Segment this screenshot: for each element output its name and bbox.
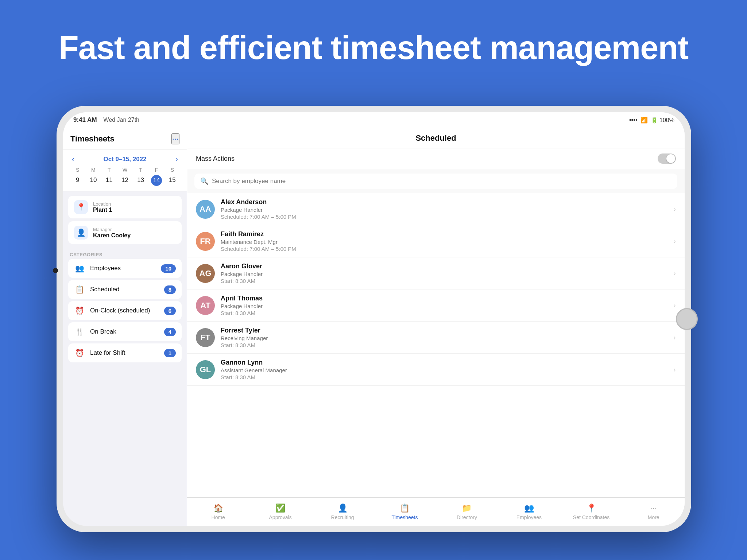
directory-icon: 📁 <box>462 503 472 513</box>
nav-recruiting[interactable]: 👤 Recruiting <box>324 503 361 520</box>
categories-label: CATEGORIES <box>63 248 187 259</box>
employee-role-gannon: Assistant General Manager <box>221 367 667 373</box>
nav-timesheets[interactable]: 📋 Timesheets <box>387 503 423 520</box>
recruiting-label: Recruiting <box>331 514 354 520</box>
nav-employees[interactable]: 👥 Employees <box>511 503 547 520</box>
more-options-button[interactable]: ··· <box>171 133 179 144</box>
employee-role-faith: Maintenance Dept. Mgr <box>221 239 667 245</box>
day-sat: S <box>165 167 180 173</box>
employee-alex-anderson[interactable]: AA Alex Anderson Package Handler Schedul… <box>187 193 685 225</box>
employee-time-forrest: Start: 8:30 AM <box>221 342 667 348</box>
day-wed: W <box>117 167 133 173</box>
employee-info-faith: Faith Ramirez Maintenance Dept. Mgr Sche… <box>221 230 667 252</box>
cal-12[interactable]: 12 <box>117 175 133 186</box>
employee-name-alex: Alex Anderson <box>221 198 667 206</box>
manager-icon: 👤 <box>74 226 88 240</box>
avatar-gannon-lynn: GL <box>196 360 215 379</box>
employee-time-aaron: Start: 8:30 AM <box>221 278 667 284</box>
employee-info-forrest: Forrest Tyler Receiving Manager Start: 8… <box>221 327 667 348</box>
employee-time-april: Start: 8:30 AM <box>221 310 667 316</box>
status-date: Wed Jan 27th <box>104 117 139 123</box>
chevron-alex: › <box>673 205 676 213</box>
search-input[interactable] <box>212 178 671 185</box>
chevron-gannon: › <box>673 365 676 374</box>
approvals-label: Approvals <box>269 514 292 520</box>
calendar-next-button[interactable]: › <box>173 155 180 163</box>
category-late[interactable]: ⏰ Late for Shift 1 <box>68 343 182 362</box>
location-card[interactable]: 📍 Location Plant 1 <box>68 196 182 218</box>
manager-value: Karen Cooley <box>93 232 176 239</box>
timesheets-label: Timesheets <box>392 514 418 520</box>
hero-title: Fast and efficient timesheet management <box>0 29 747 67</box>
employee-time-alex: Scheduled: 7:00 AM – 5:00 PM <box>221 214 667 220</box>
category-employees[interactable]: 👥 Employees 10 <box>68 259 182 278</box>
employee-name-forrest: Forrest Tyler <box>221 327 667 334</box>
day-thu: T <box>133 167 148 173</box>
manager-card[interactable]: 👤 Manager Karen Cooley <box>68 221 182 244</box>
day-tue: T <box>101 167 117 173</box>
search-icon: 🔍 <box>200 177 208 185</box>
employees-nav-label: Employees <box>516 514 542 520</box>
employee-name-faith: Faith Ramirez <box>221 230 667 238</box>
toggle-knob <box>666 154 675 163</box>
cal-11[interactable]: 11 <box>101 175 117 186</box>
calendar-day-headers: S M T W T F S <box>70 167 180 173</box>
on-break-label: On Break <box>90 328 159 335</box>
right-title: Scheduled <box>415 133 456 143</box>
right-panel: Scheduled Mass Actions 🔍 AA <box>187 128 685 526</box>
employee-april-thomas[interactable]: AT April Thomas Package Handler Start: 8… <box>187 289 685 322</box>
employee-aaron-glover[interactable]: AG Aaron Glover Package Handler Start: 8… <box>187 257 685 289</box>
employee-faith-ramirez[interactable]: FR Faith Ramirez Maintenance Dept. Mgr S… <box>187 225 685 257</box>
scheduled-icon: 📋 <box>74 285 85 294</box>
employees-icon: 👥 <box>74 264 85 273</box>
avatar-forrest-tyler: FT <box>196 328 215 347</box>
late-label: Late for Shift <box>90 349 159 357</box>
cal-13[interactable]: 13 <box>133 175 148 186</box>
employee-name-gannon: Gannon Lynn <box>221 359 667 366</box>
employee-role-april: Package Handler <box>221 303 667 309</box>
chevron-faith: › <box>673 237 676 245</box>
approvals-icon: ✅ <box>275 503 285 513</box>
employee-gannon-lynn[interactable]: GL Gannon Lynn Assistant General Manager… <box>187 354 685 386</box>
on-clock-count: 6 <box>164 307 176 315</box>
category-scheduled[interactable]: 📋 Scheduled 8 <box>68 280 182 299</box>
employee-role-alex: Package Handler <box>221 207 667 213</box>
employee-info-april: April Thomas Package Handler Start: 8:30… <box>221 295 667 316</box>
chevron-april: › <box>673 301 676 310</box>
cal-15[interactable]: 15 <box>165 175 180 186</box>
coordinates-label: Set Coordinates <box>573 514 609 520</box>
on-clock-label: On-Clock (scheduled) <box>90 307 159 314</box>
category-on-break[interactable]: 🍴 On Break 4 <box>68 322 182 341</box>
home-button[interactable] <box>676 308 698 330</box>
nav-approvals[interactable]: ✅ Approvals <box>262 503 299 520</box>
employee-role-forrest: Receiving Manager <box>221 335 667 341</box>
day-sun: S <box>70 167 85 173</box>
nav-home[interactable]: 🏠 Home <box>200 503 236 520</box>
on-break-count: 4 <box>164 328 176 336</box>
mass-actions-label: Mass Actions <box>196 155 235 163</box>
nav-directory[interactable]: 📁 Directory <box>449 503 485 520</box>
battery-icon: 🔋 100% <box>651 117 674 124</box>
recruiting-icon: 👤 <box>338 503 348 513</box>
category-on-clock[interactable]: ⏰ On-Clock (scheduled) 6 <box>68 301 182 320</box>
sidebar-header: Timesheets ··· <box>63 128 187 150</box>
cal-14-today[interactable]: 14 <box>151 175 162 186</box>
nav-more[interactable]: ··· More <box>635 503 672 520</box>
avatar-aaron-glover: AG <box>196 264 215 283</box>
calendar-prev-button[interactable]: ‹ <box>70 155 77 163</box>
mass-actions-toggle[interactable] <box>658 153 676 164</box>
wifi-icon: 📶 <box>640 117 648 124</box>
employee-role-aaron: Package Handler <box>221 271 667 277</box>
chevron-aaron: › <box>673 269 676 277</box>
avatar-alex-anderson: AA <box>196 200 215 219</box>
status-bar: 9:41 AM Wed Jan 27th ▪▪▪▪ 📶 🔋 100% <box>63 112 685 128</box>
nav-set-coordinates[interactable]: 📍 Set Coordinates <box>573 503 609 520</box>
coordinates-icon: 📍 <box>587 503 596 513</box>
cal-10[interactable]: 10 <box>85 175 101 186</box>
calendar-range: Oct 9–15, 2022 <box>103 156 146 163</box>
left-indicator <box>53 268 58 273</box>
location-icon: 📍 <box>74 200 88 214</box>
cal-9[interactable]: 9 <box>70 175 85 186</box>
employee-forrest-tyler[interactable]: FT Forrest Tyler Receiving Manager Start… <box>187 322 685 354</box>
main-content: Timesheets ··· ‹ Oct 9–15, 2022 › S M T … <box>63 128 685 526</box>
